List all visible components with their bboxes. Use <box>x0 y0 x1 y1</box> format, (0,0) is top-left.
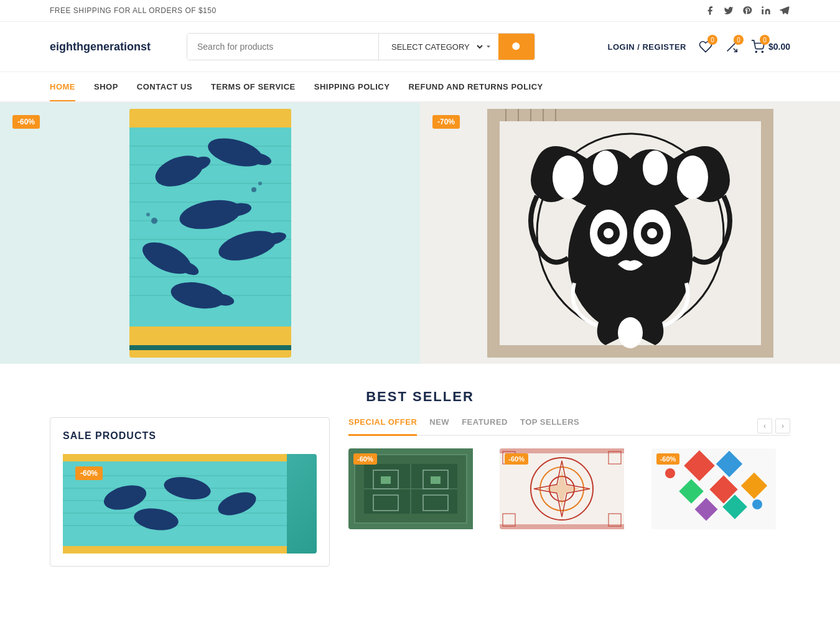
tab-top-sellers[interactable]: TOP SELLERS <box>520 417 579 436</box>
main-nav: HOME SHOP CONTACT US TERMS OF SERVICE SH… <box>0 72 840 103</box>
logo[interactable]: eighthgenerationst <box>50 40 174 53</box>
tab-special-offer[interactable]: SPECIAL OFFER <box>348 417 417 436</box>
bottom-panels: SALE PRODUCTS -60% <box>0 417 840 591</box>
search-input[interactable] <box>187 34 378 60</box>
product-3-badge: -60% <box>656 453 680 465</box>
tribal-illustration <box>487 109 773 358</box>
hero-right-product[interactable]: -70% <box>420 103 840 364</box>
nav-home[interactable]: HOME <box>50 72 75 101</box>
tab-new[interactable]: NEW <box>429 417 449 436</box>
product-2-wrapper: -60% <box>500 448 638 529</box>
wishlist-button[interactable]: 0 <box>699 40 712 53</box>
svg-point-57 <box>618 317 643 348</box>
svg-rect-39 <box>761 109 773 358</box>
product-3-wrapper: -60% <box>651 448 790 529</box>
svg-point-102 <box>752 499 762 509</box>
svg-point-31 <box>251 187 256 192</box>
svg-point-50 <box>568 183 693 333</box>
telegram-icon[interactable] <box>779 5 790 16</box>
cart-icon-wrapper: 0 <box>751 40 765 53</box>
otter-blanket-image <box>129 109 291 358</box>
category-dropdown: SELECT CATEGORY All Categories Blankets … <box>378 34 498 60</box>
tab-featured[interactable]: FEATURED <box>462 417 508 436</box>
next-arrow-button[interactable]: › <box>775 419 790 433</box>
search-button[interactable] <box>498 34 534 60</box>
svg-line-2 <box>518 49 520 50</box>
svg-rect-59 <box>63 454 287 461</box>
otter-illustration <box>129 109 291 345</box>
cart-badge: 0 <box>760 35 770 45</box>
sale-product-badge: -60% <box>75 466 103 480</box>
nav-refund[interactable]: REFUND AND RETURNS POLICY <box>408 72 543 101</box>
svg-rect-79 <box>381 476 391 484</box>
product-1-badge: -60% <box>353 453 377 465</box>
wishlist-badge: 0 <box>707 35 717 45</box>
svg-rect-91 <box>500 448 624 453</box>
hero-left-badge: -60% <box>12 115 40 129</box>
category-select[interactable]: SELECT CATEGORY All Categories Blankets … <box>379 34 485 60</box>
best-seller-section: BEST SELLER <box>0 364 840 417</box>
svg-point-32 <box>258 182 262 185</box>
special-panel: SPECIAL OFFER NEW FEATURED TOP SELLERS ‹… <box>348 417 790 567</box>
special-product-1[interactable]: -60% <box>348 448 487 529</box>
svg-rect-80 <box>431 476 441 484</box>
svg-point-56 <box>647 228 657 238</box>
svg-point-48 <box>593 151 618 185</box>
cart-button[interactable]: 0 $0.00 <box>751 40 790 53</box>
login-register-link[interactable]: LOGIN / REGISTER <box>607 42 686 52</box>
svg-point-0 <box>762 6 763 8</box>
search-icon <box>511 41 522 52</box>
hero-left-product[interactable]: -60% <box>0 103 420 364</box>
cart-price: $0.00 <box>768 42 790 52</box>
compare-button[interactable]: 0 <box>725 40 739 53</box>
hero-right-badge: -70% <box>432 115 460 129</box>
svg-rect-9 <box>129 327 291 345</box>
linkedin-icon[interactable] <box>760 5 772 16</box>
product-2-badge: -60% <box>505 453 528 465</box>
svg-point-34 <box>146 213 150 216</box>
sale-panel-title: SALE PRODUCTS <box>63 430 317 442</box>
svg-point-101 <box>665 468 675 478</box>
nav-shop[interactable]: SHOP <box>94 72 118 101</box>
header-right: LOGIN / REGISTER 0 0 0 $0.00 <box>607 40 790 53</box>
svg-point-5 <box>755 51 757 52</box>
social-icons <box>704 5 790 16</box>
svg-rect-92 <box>500 524 624 529</box>
special-product-3[interactable]: -60% <box>651 448 790 529</box>
product-1-wrapper: -60% <box>348 448 487 529</box>
svg-point-6 <box>762 51 763 52</box>
best-seller-title: BEST SELLER <box>50 389 790 405</box>
nav-terms[interactable]: TERMS OF SERVICE <box>211 72 296 101</box>
twitter-icon[interactable] <box>723 5 734 16</box>
tab-nav-arrows: ‹ › <box>757 419 790 433</box>
promo-text: FREE SHIPPING FOR ALL ORDERS OF $150 <box>50 6 217 15</box>
svg-point-33 <box>151 218 157 224</box>
nav-shipping[interactable]: SHIPPING POLICY <box>314 72 390 101</box>
facebook-icon[interactable] <box>704 5 716 16</box>
top-bar: FREE SHIPPING FOR ALL ORDERS OF $150 <box>0 0 840 22</box>
svg-rect-38 <box>487 109 500 358</box>
chevron-down-icon <box>485 43 492 50</box>
special-products-grid: -60% <box>348 448 790 529</box>
svg-point-1 <box>512 42 520 50</box>
special-tabs: SPECIAL OFFER NEW FEATURED TOP SELLERS ‹… <box>348 417 790 436</box>
svg-point-47 <box>677 155 708 199</box>
pinterest-icon[interactable] <box>742 5 753 16</box>
svg-point-46 <box>553 155 584 199</box>
tribal-blanket-image <box>487 109 773 358</box>
special-product-2[interactable]: -60% <box>500 448 638 529</box>
compare-badge: 0 <box>734 35 744 45</box>
sale-product-item[interactable]: -60% <box>63 454 317 554</box>
search-bar: SELECT CATEGORY All Categories Blankets … <box>187 33 535 60</box>
svg-rect-60 <box>63 546 287 554</box>
sale-panel: SALE PRODUCTS -60% <box>50 417 330 567</box>
hero-section: -60% <box>0 103 840 364</box>
header: eighthgenerationst SELECT CATEGORY All C… <box>0 22 840 72</box>
nav-contact[interactable]: CONTACT US <box>137 72 192 101</box>
svg-point-55 <box>604 228 614 238</box>
prev-arrow-button[interactable]: ‹ <box>757 419 772 433</box>
svg-point-49 <box>643 151 668 185</box>
svg-rect-8 <box>129 109 291 127</box>
